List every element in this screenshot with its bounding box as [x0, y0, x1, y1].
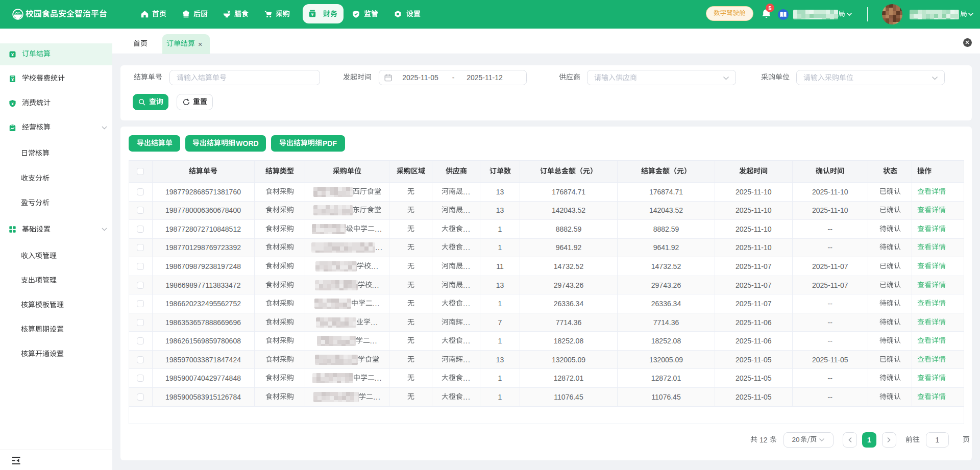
- svg-text:¥: ¥: [11, 52, 14, 57]
- svg-text:¥: ¥: [311, 12, 313, 17]
- svg-text:¥: ¥: [11, 77, 14, 82]
- svg-text:¥: ¥: [11, 101, 14, 106]
